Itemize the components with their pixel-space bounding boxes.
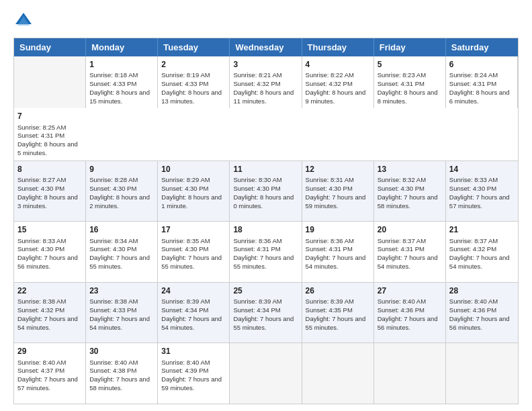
- daylight-text: Daylight: 7 hours and 58 minutes.: [378, 193, 438, 210]
- calendar-cell: 20Sunrise: 8:37 AMSunset: 4:31 PMDayligh…: [374, 222, 446, 282]
- daylight-text: Daylight: 7 hours and 55 minutes.: [161, 254, 222, 270]
- day-number: 19: [306, 224, 370, 235]
- daylight-text: Daylight: 8 hours and 9 minutes.: [306, 89, 366, 105]
- calendar-cell: 9Sunrise: 8:28 AMSunset: 4:30 PMDaylight…: [86, 161, 158, 222]
- day-number: 21: [449, 224, 515, 235]
- sunrise-text: Sunrise: 8:38 AM: [89, 298, 138, 305]
- calendar-cell: [302, 343, 374, 404]
- daylight-text: Daylight: 7 hours and 55 minutes.: [233, 254, 294, 270]
- sunrise-text: Sunrise: 8:37 AM: [378, 237, 426, 244]
- calendar-cell: 4Sunrise: 8:22 AMSunset: 4:32 PMDaylight…: [302, 56, 374, 108]
- sunset-text: Sunset: 4:30 PM: [306, 185, 353, 192]
- day-number: 2: [161, 59, 226, 70]
- daylight-text: Daylight: 7 hours and 57 minutes.: [449, 193, 510, 210]
- day-number: 23: [89, 285, 154, 296]
- calendar: SundayMondayTuesdayWednesdayThursdayFrid…: [13, 38, 519, 404]
- calendar-cell: 13Sunrise: 8:32 AMSunset: 4:30 PMDayligh…: [374, 161, 446, 222]
- sunset-text: Sunset: 4:36 PM: [449, 306, 496, 314]
- sunset-text: Sunset: 4:31 PM: [378, 245, 425, 253]
- calendar-cell: 29Sunrise: 8:40 AMSunset: 4:37 PMDayligh…: [14, 343, 86, 404]
- sunrise-text: Sunrise: 8:40 AM: [17, 359, 66, 366]
- calendar-row: 29Sunrise: 8:40 AMSunset: 4:37 PMDayligh…: [14, 342, 518, 404]
- sunrise-text: Sunrise: 8:28 AM: [89, 176, 138, 183]
- calendar-cell: 10Sunrise: 8:29 AMSunset: 4:30 PMDayligh…: [158, 161, 230, 222]
- sunrise-text: Sunrise: 8:35 AM: [161, 237, 210, 244]
- header-day: Friday: [374, 38, 446, 56]
- sunset-text: Sunset: 4:31 PM: [449, 80, 496, 87]
- header: [13, 11, 519, 31]
- sunset-text: Sunset: 4:30 PM: [89, 245, 136, 253]
- day-number: 25: [233, 285, 298, 296]
- sunset-text: Sunset: 4:31 PM: [17, 132, 64, 139]
- day-number: 14: [449, 164, 515, 175]
- sunrise-text: Sunrise: 8:36 AM: [233, 237, 281, 244]
- day-number: 5: [378, 59, 442, 70]
- day-number: 31: [161, 346, 226, 357]
- sunset-text: Sunset: 4:32 PM: [449, 245, 496, 253]
- daylight-text: Daylight: 7 hours and 54 minutes.: [449, 254, 510, 270]
- daylight-text: Daylight: 7 hours and 54 minutes.: [306, 254, 366, 270]
- calendar-cell: 5Sunrise: 8:23 AMSunset: 4:31 PMDaylight…: [374, 56, 446, 108]
- calendar-cell: 12Sunrise: 8:31 AMSunset: 4:30 PMDayligh…: [302, 161, 374, 222]
- calendar-cell: 1Sunrise: 8:18 AMSunset: 4:33 PMDaylight…: [86, 56, 158, 108]
- day-number: 9: [89, 164, 154, 175]
- day-number: 29: [17, 346, 82, 357]
- daylight-text: Daylight: 7 hours and 54 minutes.: [17, 315, 78, 331]
- daylight-text: Daylight: 7 hours and 58 minutes.: [89, 375, 150, 392]
- calendar-row: 1Sunrise: 8:18 AMSunset: 4:33 PMDaylight…: [14, 56, 518, 161]
- sunrise-text: Sunrise: 8:21 AM: [233, 71, 281, 79]
- sunrise-text: Sunrise: 8:38 AM: [17, 298, 66, 305]
- daylight-text: Daylight: 8 hours and 15 minutes.: [89, 89, 150, 105]
- calendar-cell: 16Sunrise: 8:34 AMSunset: 4:30 PMDayligh…: [86, 222, 158, 282]
- sunrise-text: Sunrise: 8:27 AM: [17, 176, 66, 183]
- sunset-text: Sunset: 4:33 PM: [161, 80, 208, 87]
- header-day: Monday: [86, 38, 158, 56]
- sunrise-text: Sunrise: 8:25 AM: [17, 124, 66, 131]
- daylight-text: Daylight: 8 hours and 1 minute.: [161, 193, 222, 210]
- calendar-cell: 30Sunrise: 8:40 AMSunset: 4:38 PMDayligh…: [86, 343, 158, 404]
- calendar-header: SundayMondayTuesdayWednesdayThursdayFrid…: [14, 38, 518, 56]
- sunset-text: Sunset: 4:31 PM: [306, 245, 353, 253]
- sunrise-text: Sunrise: 8:32 AM: [378, 176, 426, 183]
- header-day: Tuesday: [158, 38, 230, 56]
- sunset-text: Sunset: 4:31 PM: [233, 245, 280, 253]
- day-number: 16: [89, 224, 154, 235]
- day-number: 12: [306, 164, 370, 175]
- daylight-text: Daylight: 8 hours and 3 minutes.: [17, 193, 78, 210]
- calendar-cell: 7Sunrise: 8:25 AMSunset: 4:31 PMDaylight…: [14, 108, 86, 160]
- calendar-cell: 18Sunrise: 8:36 AMSunset: 4:31 PMDayligh…: [230, 222, 302, 282]
- header-day: Wednesday: [230, 38, 302, 56]
- calendar-cell: 23Sunrise: 8:38 AMSunset: 4:33 PMDayligh…: [86, 283, 158, 343]
- calendar-cell: 21Sunrise: 8:37 AMSunset: 4:32 PMDayligh…: [446, 222, 518, 282]
- calendar-cell: 8Sunrise: 8:27 AMSunset: 4:30 PMDaylight…: [14, 161, 86, 222]
- sunrise-text: Sunrise: 8:18 AM: [89, 71, 138, 79]
- day-number: 4: [306, 59, 370, 70]
- day-number: 18: [233, 224, 298, 235]
- sunrise-text: Sunrise: 8:40 AM: [378, 298, 426, 305]
- daylight-text: Daylight: 7 hours and 55 minutes.: [89, 254, 150, 270]
- calendar-row: 22Sunrise: 8:38 AMSunset: 4:32 PMDayligh…: [14, 282, 518, 343]
- calendar-cell: [230, 343, 302, 404]
- calendar-cell: 25Sunrise: 8:39 AMSunset: 4:34 PMDayligh…: [230, 283, 302, 343]
- daylight-text: Daylight: 7 hours and 55 minutes.: [233, 315, 294, 331]
- sunrise-text: Sunrise: 8:39 AM: [306, 298, 354, 305]
- sunset-text: Sunset: 4:31 PM: [378, 80, 425, 87]
- sunset-text: Sunset: 4:33 PM: [89, 306, 136, 314]
- day-number: 8: [17, 164, 82, 175]
- day-number: 15: [17, 224, 82, 235]
- sunset-text: Sunset: 4:33 PM: [89, 80, 136, 87]
- sunrise-text: Sunrise: 8:36 AM: [306, 237, 354, 244]
- day-number: 13: [378, 164, 442, 175]
- calendar-cell: 17Sunrise: 8:35 AMSunset: 4:30 PMDayligh…: [158, 222, 230, 282]
- sunrise-text: Sunrise: 8:33 AM: [17, 237, 66, 244]
- day-number: 3: [233, 59, 298, 70]
- daylight-text: Daylight: 7 hours and 55 minutes.: [306, 315, 366, 331]
- header-day: Saturday: [446, 38, 518, 56]
- day-number: 28: [449, 285, 515, 296]
- calendar-cell: 2Sunrise: 8:19 AMSunset: 4:33 PMDaylight…: [158, 56, 230, 108]
- day-number: 10: [161, 164, 226, 175]
- day-number: 27: [378, 285, 442, 296]
- daylight-text: Daylight: 8 hours and 0 minutes.: [233, 193, 294, 210]
- sunrise-text: Sunrise: 8:33 AM: [449, 176, 498, 183]
- calendar-body: 1Sunrise: 8:18 AMSunset: 4:33 PMDaylight…: [14, 56, 518, 404]
